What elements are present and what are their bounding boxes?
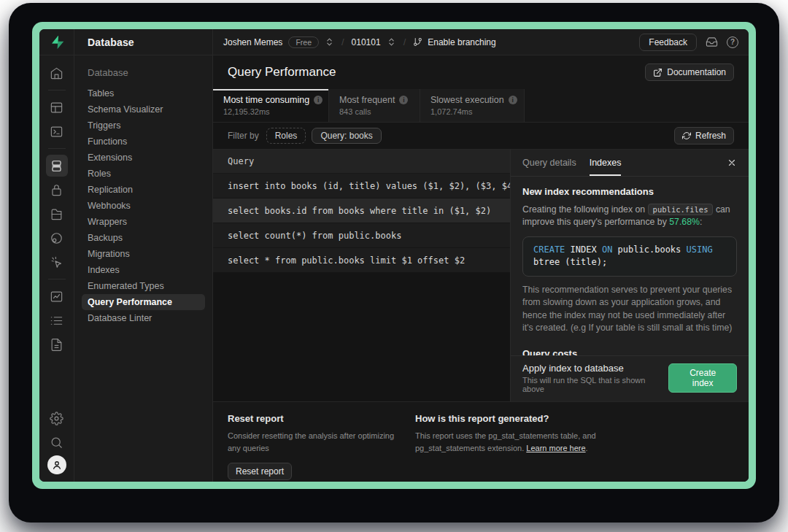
panel-footer: Apply index to database This will run th… (511, 355, 749, 401)
report-footer: Reset report Consider resetting the anal… (213, 401, 749, 482)
refresh-button[interactable]: Refresh (674, 127, 734, 144)
edge-functions-nav[interactable] (46, 227, 68, 249)
apply-index-subtitle: This will run the SQL that is shown abov… (522, 376, 668, 393)
tab-most-frequent[interactable]: Most frequenti 843 calls (329, 89, 420, 122)
table-name-chip: public.files (648, 204, 714, 215)
feedback-button[interactable]: Feedback (639, 34, 697, 51)
logs-icon (50, 314, 63, 328)
chevrons-up-down-icon (387, 37, 396, 47)
filter-by-label: Filter by (228, 131, 259, 141)
query-table: Query insert into books (id, title) valu… (213, 150, 510, 401)
report-info-section: How is this report generated? This repor… (415, 413, 656, 482)
sidebar-item-database-linter[interactable]: Database Linter (82, 310, 205, 326)
avatar[interactable] (47, 455, 66, 474)
sidebar-item-wrappers[interactable]: Wrappers (82, 214, 205, 230)
query-table-empty-area (213, 273, 510, 401)
sidebar-item-replication[interactable]: Replication (82, 182, 205, 198)
main-content: Query Performance Documentation Most tim… (213, 55, 749, 482)
table-editor-nav[interactable] (46, 96, 68, 118)
info-icon[interactable]: i (509, 96, 517, 104)
authentication-lock-icon (50, 183, 63, 197)
recommendation-text: Creating the following index on public.f… (522, 204, 737, 229)
query-row[interactable]: select books.id from books where title i… (213, 198, 510, 223)
product-title: Database (88, 36, 134, 48)
documentation-label: Documentation (667, 67, 726, 77)
sidebar-item-enumerated-types[interactable]: Enumerated Types (82, 278, 205, 294)
rail-divider (48, 148, 66, 149)
supabase-dashboard: Database Joshen Memes Free / 010101 (39, 29, 749, 482)
realtime-nav[interactable] (46, 251, 68, 273)
sidebar-item-functions[interactable]: Functions (82, 134, 205, 150)
enable-branching-label: Enable branching (428, 37, 495, 47)
refresh-label: Refresh (695, 131, 726, 141)
sidebar-item-tables[interactable]: Tables (82, 85, 205, 101)
org-selector[interactable] (325, 37, 334, 47)
sidebar-item-backups[interactable]: Backups (82, 230, 205, 246)
sidebar-item-indexes[interactable]: Indexes (82, 262, 205, 278)
info-icon[interactable]: i (399, 96, 408, 104)
home-icon (50, 66, 63, 80)
roles-filter-button[interactable]: Roles (266, 128, 306, 144)
reports-nav[interactable] (46, 285, 68, 307)
sidebar-item-extensions[interactable]: Extensions (82, 150, 205, 166)
improvement-percent: 57.68% (669, 217, 700, 227)
sidebar-item-migrations[interactable]: Migrations (82, 246, 205, 262)
green-frame: Database Joshen Memes Free / 010101 (32, 22, 756, 489)
storage-nav[interactable] (46, 203, 68, 225)
database-nav[interactable] (46, 155, 68, 177)
query-row[interactable]: select * from public.books limit $1 offs… (213, 248, 510, 273)
logs-nav[interactable] (46, 309, 68, 331)
project-name[interactable]: 010101 (352, 37, 381, 47)
sidebar-item-query-performance[interactable]: Query Performance (82, 294, 205, 310)
create-index-button[interactable]: Create index (668, 363, 737, 393)
search-nav[interactable] (46, 431, 68, 453)
api-docs-nav[interactable] (46, 334, 68, 355)
tab-value: 843 calls (339, 107, 409, 116)
home-nav[interactable] (46, 62, 68, 84)
help-button[interactable]: ? (727, 36, 738, 48)
info-icon[interactable]: i (314, 96, 322, 104)
reset-report-description: Consider resetting the analysis after op… (228, 430, 399, 455)
panel-tabs: Query details Indexes (511, 150, 749, 177)
content-split: Query insert into books (id, title) valu… (213, 150, 749, 401)
top-header: Database Joshen Memes Free / 010101 (39, 29, 749, 55)
settings-nav[interactable] (46, 407, 68, 429)
sidebar-item-triggers[interactable]: Triggers (82, 117, 205, 134)
sql-editor-icon (50, 125, 63, 139)
tab-indexes[interactable]: Indexes (590, 150, 622, 176)
query-filter-button[interactable]: Query: books (312, 128, 381, 144)
metric-tabs: Most time consumingi 12,195.32ms Most fr… (213, 89, 749, 123)
sidebar-nav: TablesSchema VisualizerTriggersFunctions… (82, 85, 205, 326)
sidebar-item-schema-visualizer[interactable]: Schema Visualizer (82, 101, 205, 117)
logo-cell[interactable] (39, 29, 74, 55)
tab-slowest-execution[interactable]: Slowest executioni 1,072.74ms (420, 89, 525, 122)
project-selector[interactable] (387, 37, 396, 47)
report-info-heading: How is this report generated? (415, 413, 656, 424)
recommendation-text-before: Creating the following index on (522, 204, 645, 215)
enable-branching-button[interactable]: Enable branching (413, 37, 495, 47)
documentation-button[interactable]: Documentation (645, 63, 734, 81)
realtime-cursor-icon (50, 255, 63, 269)
breadcrumb: Joshen Memes Free / 010101 / (213, 29, 749, 55)
query-table-body: insert into books (id, title) values ($1… (213, 174, 510, 273)
sidebar-item-webhooks[interactable]: Webhooks (82, 198, 205, 214)
query-column-header: Query (213, 150, 510, 174)
sidebar-item-roles[interactable]: Roles (82, 166, 205, 182)
details-panel: Query details Indexes New index recommen… (510, 150, 749, 401)
sql-editor-nav[interactable] (46, 120, 68, 142)
git-branch-icon (413, 37, 422, 47)
user-icon (51, 459, 63, 471)
tab-query-details[interactable]: Query details (522, 150, 576, 176)
query-row[interactable]: insert into books (id, title) values ($1… (213, 174, 510, 198)
reset-report-button[interactable]: Reset report (228, 463, 292, 480)
tab-most-time-consuming[interactable]: Most time consumingi 12,195.32ms (213, 89, 329, 122)
panel-close-button[interactable] (727, 158, 737, 168)
org-name[interactable]: Joshen Memes (223, 37, 282, 47)
inbox-button[interactable] (706, 36, 718, 48)
external-link-icon (653, 68, 663, 77)
help-icon: ? (727, 36, 738, 48)
learn-more-link[interactable]: Learn more here (526, 444, 585, 452)
authentication-nav[interactable] (46, 179, 68, 201)
breadcrumb-separator: / (402, 36, 408, 47)
query-row[interactable]: select count(*) from public.books (213, 223, 510, 248)
